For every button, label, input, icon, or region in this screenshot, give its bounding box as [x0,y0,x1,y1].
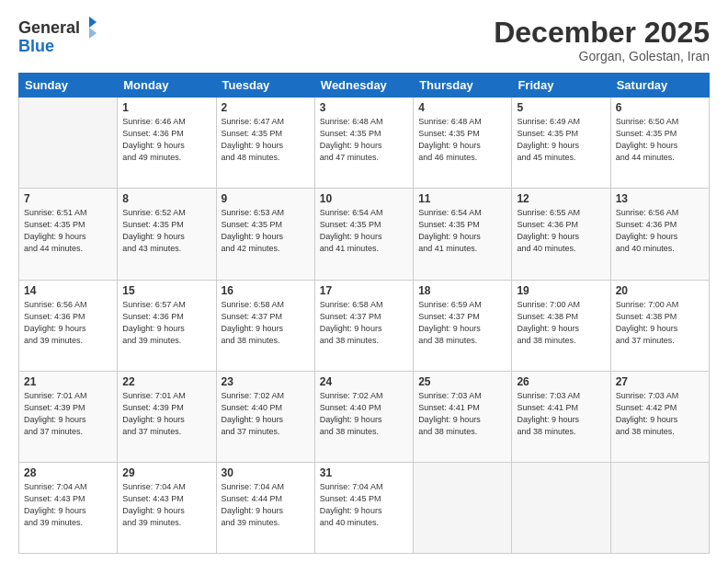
day-number: 22 [122,375,210,388]
day-info: Sunrise: 6:59 AMSunset: 4:37 PMDaylight:… [418,299,506,347]
day-info: Sunrise: 7:02 AMSunset: 4:40 PMDaylight:… [222,390,310,438]
week-row-4: 21Sunrise: 7:01 AMSunset: 4:39 PMDayligh… [19,371,710,462]
day-cell: 17Sunrise: 6:58 AMSunset: 4:37 PMDayligh… [314,280,413,371]
day-cell: 7Sunrise: 6:51 AMSunset: 4:35 PMDaylight… [19,189,118,280]
day-cell [19,98,118,189]
week-row-1: 1Sunrise: 6:46 AMSunset: 4:36 PMDaylight… [19,98,710,189]
day-info: Sunrise: 7:03 AMSunset: 4:42 PMDaylight:… [616,390,704,438]
day-cell: 12Sunrise: 6:55 AMSunset: 4:36 PMDayligh… [512,189,610,280]
day-cell: 6Sunrise: 6:50 AMSunset: 4:35 PMDaylight… [610,98,709,189]
title-block: December 2025 Gorgan, Golestan, Iran [494,17,710,63]
logo-general-text: General [18,18,80,38]
day-cell: 23Sunrise: 7:02 AMSunset: 4:40 PMDayligh… [216,371,314,462]
day-number: 10 [320,192,408,205]
day-cell: 27Sunrise: 7:03 AMSunset: 4:42 PMDayligh… [610,371,709,462]
week-row-3: 14Sunrise: 6:56 AMSunset: 4:36 PMDayligh… [19,280,710,371]
day-info: Sunrise: 7:02 AMSunset: 4:40 PMDaylight:… [320,390,408,438]
day-info: Sunrise: 6:56 AMSunset: 4:36 PMDaylight:… [24,299,112,347]
day-cell: 30Sunrise: 7:04 AMSunset: 4:44 PMDayligh… [216,462,314,553]
day-number: 17 [320,284,408,297]
day-cell: 5Sunrise: 6:49 AMSunset: 4:35 PMDaylight… [512,98,610,189]
day-cell: 20Sunrise: 7:00 AMSunset: 4:38 PMDayligh… [610,280,709,371]
day-number: 12 [517,192,605,205]
day-cell: 13Sunrise: 6:56 AMSunset: 4:36 PMDayligh… [610,189,709,280]
day-number: 30 [222,466,310,479]
day-number: 28 [24,466,112,479]
calendar-table: SundayMondayTuesdayWednesdayThursdayFrid… [18,73,710,554]
day-number: 16 [222,284,310,297]
day-number: 2 [222,101,310,114]
day-number: 11 [418,192,506,205]
week-row-2: 7Sunrise: 6:51 AMSunset: 4:35 PMDaylight… [19,189,710,280]
day-number: 7 [24,192,112,205]
day-info: Sunrise: 7:04 AMSunset: 4:43 PMDaylight:… [24,481,112,529]
day-info: Sunrise: 7:04 AMSunset: 4:43 PMDaylight:… [122,481,210,529]
day-cell: 8Sunrise: 6:52 AMSunset: 4:35 PMDaylight… [118,189,216,280]
day-info: Sunrise: 7:00 AMSunset: 4:38 PMDaylight:… [616,299,704,347]
weekday-header-wednesday: Wednesday [314,74,413,98]
day-cell: 11Sunrise: 6:54 AMSunset: 4:35 PMDayligh… [414,189,512,280]
month-title: December 2025 [494,17,710,49]
weekday-header-thursday: Thursday [414,74,512,98]
day-info: Sunrise: 6:54 AMSunset: 4:35 PMDaylight:… [320,207,408,255]
day-info: Sunrise: 6:53 AMSunset: 4:35 PMDaylight:… [222,207,310,255]
day-info: Sunrise: 6:47 AMSunset: 4:35 PMDaylight:… [222,116,310,164]
day-number: 27 [616,375,704,388]
day-cell: 25Sunrise: 7:03 AMSunset: 4:41 PMDayligh… [414,371,512,462]
day-cell [414,462,512,553]
day-number: 15 [122,284,210,297]
day-info: Sunrise: 7:04 AMSunset: 4:44 PMDaylight:… [222,481,310,529]
day-number: 3 [320,101,408,114]
day-cell: 1Sunrise: 6:46 AMSunset: 4:36 PMDaylight… [118,98,216,189]
day-info: Sunrise: 6:57 AMSunset: 4:36 PMDaylight:… [122,299,210,347]
day-cell: 15Sunrise: 6:57 AMSunset: 4:36 PMDayligh… [118,280,216,371]
page: General Blue December 2025 Gorgan, Goles… [0,0,728,563]
day-info: Sunrise: 6:48 AMSunset: 4:35 PMDaylight:… [320,116,408,164]
day-info: Sunrise: 7:03 AMSunset: 4:41 PMDaylight:… [517,390,605,438]
day-info: Sunrise: 6:58 AMSunset: 4:37 PMDaylight:… [320,299,408,347]
day-cell: 9Sunrise: 6:53 AMSunset: 4:35 PMDaylight… [216,189,314,280]
day-info: Sunrise: 6:54 AMSunset: 4:35 PMDaylight:… [418,207,506,255]
day-number: 20 [616,284,704,297]
day-number: 6 [616,101,704,114]
day-cell: 3Sunrise: 6:48 AMSunset: 4:35 PMDaylight… [314,98,413,189]
day-number: 9 [222,192,310,205]
weekday-header-friday: Friday [512,74,610,98]
day-number: 29 [122,466,210,479]
day-cell: 24Sunrise: 7:02 AMSunset: 4:40 PMDayligh… [314,371,413,462]
day-info: Sunrise: 7:03 AMSunset: 4:41 PMDaylight:… [418,390,506,438]
day-cell [610,462,709,553]
day-number: 21 [24,375,112,388]
day-number: 8 [122,192,210,205]
logo: General Blue [18,17,97,56]
day-number: 31 [320,466,408,479]
day-info: Sunrise: 6:58 AMSunset: 4:37 PMDaylight:… [222,299,310,347]
day-cell: 14Sunrise: 6:56 AMSunset: 4:36 PMDayligh… [19,280,118,371]
day-number: 13 [616,192,704,205]
day-number: 25 [418,375,506,388]
day-cell: 21Sunrise: 7:01 AMSunset: 4:39 PMDayligh… [19,371,118,462]
svg-marker-0 [89,17,97,28]
weekday-header-monday: Monday [118,74,216,98]
day-cell [512,462,610,553]
day-cell: 22Sunrise: 7:01 AMSunset: 4:39 PMDayligh… [118,371,216,462]
day-info: Sunrise: 6:56 AMSunset: 4:36 PMDaylight:… [616,207,704,255]
day-cell: 18Sunrise: 6:59 AMSunset: 4:37 PMDayligh… [414,280,512,371]
day-cell: 29Sunrise: 7:04 AMSunset: 4:43 PMDayligh… [118,462,216,553]
day-info: Sunrise: 6:52 AMSunset: 4:35 PMDaylight:… [122,207,210,255]
day-info: Sunrise: 6:48 AMSunset: 4:35 PMDaylight:… [418,116,506,164]
day-info: Sunrise: 6:51 AMSunset: 4:35 PMDaylight:… [24,207,112,255]
weekday-header-row: SundayMondayTuesdayWednesdayThursdayFrid… [19,74,710,98]
weekday-header-sunday: Sunday [19,74,118,98]
day-number: 19 [517,284,605,297]
day-info: Sunrise: 6:55 AMSunset: 4:36 PMDaylight:… [517,207,605,255]
day-info: Sunrise: 7:00 AMSunset: 4:38 PMDaylight:… [517,299,605,347]
logo-blue-text: Blue [18,37,97,56]
day-info: Sunrise: 6:46 AMSunset: 4:36 PMDaylight:… [122,116,210,164]
day-cell: 4Sunrise: 6:48 AMSunset: 4:35 PMDaylight… [414,98,512,189]
svg-marker-1 [89,28,97,39]
day-info: Sunrise: 7:01 AMSunset: 4:39 PMDaylight:… [24,390,112,438]
day-cell: 2Sunrise: 6:47 AMSunset: 4:35 PMDaylight… [216,98,314,189]
day-number: 14 [24,284,112,297]
header: General Blue December 2025 Gorgan, Goles… [18,17,710,63]
